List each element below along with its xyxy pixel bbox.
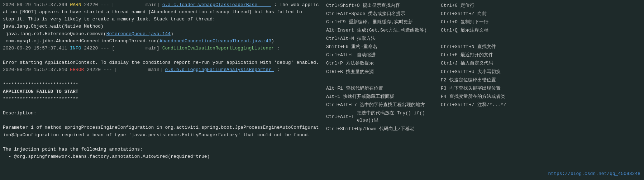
shortcut-key: Ctrl+Alt+Space bbox=[326, 10, 365, 18]
shortcut-left: Ctrl+P 方法参数提示 bbox=[326, 60, 441, 67]
log-line: Parameter 1 of method springProcessEngin… bbox=[3, 124, 320, 138]
log-line: *************************** bbox=[3, 81, 320, 88]
shortcut-panel: Ctrl+Shift+O 提出显示查找内容Ctrl+G 定位行Ctrl+Alt+… bbox=[323, 0, 644, 180]
log-line bbox=[3, 52, 320, 59]
shortcut-right: Ctrl+E 最近打开的文件 bbox=[441, 52, 640, 59]
shortcut-left: Alt+1 快速打开或隐藏工程面板 bbox=[326, 93, 441, 100]
shortcut-row: Ctrl+Alt+M 抽取方法 bbox=[323, 35, 644, 43]
shortcut-right: Ctrl+D 复制到下一行 bbox=[441, 19, 640, 26]
shortcut-desc: 把选中的代码放在 Try() if() else()里 bbox=[357, 110, 441, 124]
shortcut-desc: 生成(Get,Set方法,构造函数等) bbox=[357, 27, 427, 34]
shortcut-key: Ctrl+G bbox=[441, 2, 458, 9]
shortcut-left: Ctrl+Alt+F7 选中的字符查找工程出现的地方 bbox=[326, 101, 441, 109]
log-line: 2020-09-29 15:57:37.810 ERROR 24220 --- … bbox=[3, 66, 320, 74]
shortcut-left: Ctrl+Shift+O 提出显示查找内容 bbox=[326, 2, 441, 9]
shortcut-key: F4 bbox=[441, 93, 447, 100]
shortcut-key: Ctrl+Alt+M bbox=[326, 35, 354, 42]
log-panel: 2020-09-29 15:57:37.399 WARN 24220 --- [… bbox=[0, 0, 323, 180]
log-line: *************************** bbox=[3, 95, 320, 103]
shortcut-key: Ctrl+Shift+O bbox=[326, 2, 360, 9]
log-line: 2020-09-29 15:57:37.399 WARN 24220 --- [… bbox=[3, 1, 320, 16]
shortcut-key: Ctrl+Shift+/ bbox=[441, 101, 474, 109]
shortcut-desc: 自动缩进 bbox=[357, 52, 376, 59]
log-line: stop it. This is very likely to create a… bbox=[3, 16, 320, 23]
shortcut-desc: 插入自定义代码 bbox=[461, 60, 493, 67]
shortcut-left: Ctrl+Alt+T 把选中的代码放在 Try() if() else()里 bbox=[326, 110, 441, 124]
shortcut-desc: 查找代码所在位置 bbox=[346, 85, 383, 92]
shortcut-right: Ctrl+J 插入自定义代码 bbox=[441, 60, 640, 67]
shortcut-key: CTRL+B bbox=[326, 68, 343, 76]
shortcut-key: Ctrl+Alt+L bbox=[326, 52, 354, 59]
shortcut-left: Ctrl+F9 重新编译, 删除缓存,实时更新 bbox=[326, 19, 441, 26]
shortcut-row: Ctrl+Alt+T 把选中的代码放在 Try() if() else()里 bbox=[323, 109, 644, 125]
footer-url: https://blog.csdn.net/qq_45093248 bbox=[548, 171, 640, 176]
log-line: - @org.springframework.beans.factory.ann… bbox=[3, 153, 320, 160]
log-line: com.mysql.cj.jdbc.AbandonedConnectionCle… bbox=[3, 38, 320, 45]
shortcut-left: Ctrl+Alt+M 抽取方法 bbox=[326, 35, 441, 42]
shortcut-key: Ctrl+J bbox=[441, 60, 458, 67]
shortcut-desc: 查找变量所在的方法或者类 bbox=[449, 93, 505, 100]
shortcut-desc: 快速定位编译出错位置 bbox=[449, 77, 496, 84]
shortcut-row: Alt+Insert 生成(Get,Set方法,构造函数等)Ctrl+Q 显示注… bbox=[323, 26, 644, 34]
shortcut-row: Ctrl+Alt+L 自动缩进Ctrl+E 最近打开的文件 bbox=[323, 51, 644, 60]
shortcut-right: Ctrl+G 定位行 bbox=[441, 2, 640, 9]
log-line bbox=[3, 117, 320, 124]
shortcut-key: Ctrl+Shift+Up/Down bbox=[326, 125, 376, 133]
shortcut-row: Ctrl+Shift+O 提出显示查找内容Ctrl+G 定位行 bbox=[323, 1, 644, 10]
shortcut-right: F4 查找变量所在的方法或者类 bbox=[441, 93, 640, 100]
shortcut-left: Shift+F6 重构-重命名 bbox=[326, 43, 441, 51]
shortcut-key: Ctrl+E bbox=[441, 52, 458, 59]
shortcut-desc: 复制到下一行 bbox=[461, 19, 488, 26]
log-line: Description: bbox=[3, 110, 320, 117]
shortcut-right: F3 向下查找关键字出现位置 bbox=[441, 85, 640, 92]
shortcut-desc: 重构-重命名 bbox=[351, 43, 377, 51]
shortcut-row: Shift+F6 重构-重命名Ctrl+Shift+N 查找文件 bbox=[323, 43, 644, 51]
shortcut-left: Alt+F1 查找代码所在位置 bbox=[326, 85, 441, 92]
shortcut-row: Ctrl+F9 重新编译, 删除缓存,实时更新Ctrl+D 复制到下一行 bbox=[323, 18, 644, 26]
shortcut-desc: 定位行 bbox=[461, 2, 474, 9]
shortcut-left: Ctrl+Shift+Up/Down 代码向上/下移动 bbox=[326, 125, 441, 133]
log-line: Error starting ApplicationContext. To di… bbox=[3, 59, 320, 66]
shortcut-key: F3 bbox=[441, 85, 447, 92]
shortcut-left: CTRL+B 找变量的来源 bbox=[326, 68, 441, 76]
shortcut-desc: 代码向上/下移动 bbox=[379, 125, 415, 133]
shortcut-desc: 大小写切换 bbox=[477, 68, 501, 76]
shortcut-desc: 找变量的来源 bbox=[346, 68, 374, 76]
shortcut-row: Ctrl+P 方法参数提示Ctrl+J 插入自定义代码 bbox=[323, 60, 644, 68]
shortcut-desc: 提出显示查找内容 bbox=[363, 2, 400, 9]
shortcut-desc: 注释/*...*/ bbox=[477, 101, 506, 109]
shortcut-desc: 选中的字符查找工程出现的地方 bbox=[360, 101, 425, 109]
log-line: The injection point has the following an… bbox=[3, 146, 320, 153]
shortcut-key: Ctrl+Shift+U bbox=[441, 68, 474, 76]
shortcut-key: Alt+1 bbox=[326, 93, 340, 100]
log-line: java.lang.Object.wait(Native Method) bbox=[3, 23, 320, 30]
shortcut-key: Ctrl+F9 bbox=[326, 19, 346, 26]
shortcut-key: Alt+Insert bbox=[326, 27, 354, 34]
shortcut-right: Ctrl+Shift+/ 注释/*...*/ bbox=[441, 101, 640, 109]
shortcut-key: Ctrl+P bbox=[326, 60, 343, 67]
log-line bbox=[3, 74, 320, 81]
shortcut-desc: 向前 bbox=[477, 10, 487, 18]
shortcut-right: Ctrl+Shift+U 大小写切换 bbox=[441, 68, 640, 76]
shortcut-row: Ctrl+Alt+F7 选中的字符查找工程出现的地方Ctrl+Shift+/ 注… bbox=[323, 101, 644, 109]
shortcut-desc: 抽取方法 bbox=[357, 35, 376, 42]
shortcut-key: Ctrl+Alt+T bbox=[326, 113, 354, 120]
shortcut-desc: 显示注释文档 bbox=[461, 27, 488, 34]
shortcut-left: Alt+Insert 生成(Get,Set方法,构造函数等) bbox=[326, 27, 441, 34]
shortcut-right: Ctrl+Shift+N 查找文件 bbox=[441, 43, 640, 51]
log-line bbox=[3, 103, 320, 110]
shortcut-left: Ctrl+Alt+Space 类名或接口名提示 bbox=[326, 10, 441, 18]
shortcut-right: F2 快速定位编译出错位置 bbox=[441, 77, 640, 84]
shortcut-key: Alt+F1 bbox=[326, 85, 343, 92]
shortcut-key: F2 bbox=[441, 77, 447, 84]
shortcut-row: Alt+F1 查找代码所在位置F3 向下查找关键字出现位置 bbox=[323, 84, 644, 93]
log-line: java.lang.ref.ReferenceQueue.remove(Refe… bbox=[3, 30, 320, 38]
shortcut-key: Ctrl+Shift+Z bbox=[441, 10, 474, 18]
shortcut-row: Ctrl+Shift+Up/Down 代码向上/下移动 bbox=[323, 125, 644, 133]
shortcut-right: Ctrl+Q 显示注释文档 bbox=[441, 27, 640, 34]
shortcut-key: Ctrl+Alt+F7 bbox=[326, 101, 357, 109]
shortcut-key: Ctrl+Q bbox=[441, 27, 458, 34]
shortcut-desc: 快速打开或隐藏工程面板 bbox=[343, 93, 394, 100]
log-line: APPLICATION FAILED TO START bbox=[3, 88, 320, 95]
log-line bbox=[3, 139, 320, 146]
